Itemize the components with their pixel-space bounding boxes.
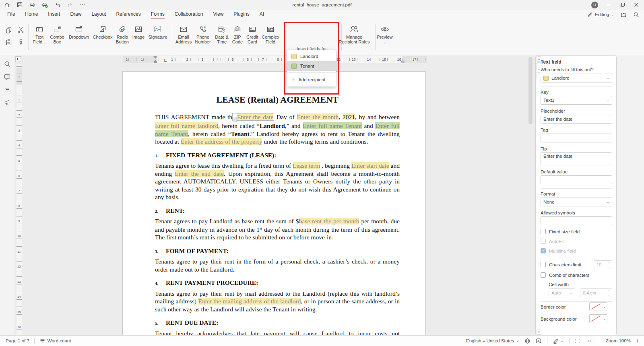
form-field-highlight[interactable]: Enter start date [351, 162, 389, 169]
open-file-location-icon[interactable] [621, 12, 627, 18]
checkbox-button[interactable]: Checkbox [91, 24, 114, 40]
checkbox-unchecked[interactable] [541, 229, 546, 234]
form-field-highlight[interactable]: Lease term [293, 162, 320, 169]
save-icon[interactable] [17, 2, 23, 8]
characters-limit-spinner[interactable]: 10 ⌃⌄ [594, 260, 612, 269]
format-painter-icon[interactable] [15, 36, 27, 47]
vertical-ruler[interactable]: 123456789101112131415161 [17, 64, 22, 335]
first-line-indent-marker[interactable] [153, 56, 157, 59]
more-icon[interactable] [79, 2, 86, 8]
home-icon[interactable] [4, 2, 10, 8]
default-value-input[interactable] [541, 175, 612, 184]
search-icon[interactable] [4, 60, 11, 68]
form-field-highlight[interactable]: Enter the end date [175, 170, 224, 177]
zip-code-button[interactable]: ZIP ZIP Code [230, 24, 245, 44]
undo-icon[interactable] [54, 2, 61, 8]
multiline-checkbox-row[interactable]: Multiline field [541, 248, 576, 253]
recipient-select[interactable]: Landlord ⌄ [541, 74, 612, 82]
tab-file[interactable]: File [7, 10, 15, 19]
document-language-icon[interactable] [524, 338, 530, 344]
document-page[interactable]: LEASE (Rental) AGREEMENTTHIS AGREEMENT m… [123, 72, 425, 335]
comb-of-characters-row[interactable]: Comb of characters [541, 272, 589, 278]
add-recipient-button[interactable]: +Add recipient [287, 74, 336, 85]
tab-insert[interactable]: Insert [48, 10, 60, 19]
horizontal-ruler[interactable]: 12345678910111213141516171812 [123, 56, 427, 63]
panel-scrollbar-thumb[interactable] [537, 62, 541, 79]
left-indent-marker[interactable] [154, 62, 157, 63]
feedback-icon[interactable] [4, 99, 11, 106]
tab-layout[interactable]: Layout [91, 10, 106, 19]
manage-recipient-roles-button[interactable]: Manage Recipient Roles [336, 24, 372, 44]
signature-button[interactable]: Signature [146, 24, 170, 40]
quick-print-icon[interactable] [41, 2, 48, 8]
minimize-icon[interactable] [606, 2, 612, 8]
border-color-picker[interactable]: ⌄ [589, 302, 607, 311]
background-color-picker[interactable]: ⌄ [589, 314, 607, 323]
tab-stop-selector[interactable]: L [15, 56, 21, 62]
redo-icon[interactable] [67, 2, 73, 8]
tab-references[interactable]: References [116, 10, 140, 19]
panel-scroll-down-button[interactable]: ▼ [537, 330, 541, 335]
tip-input[interactable]: Enter the date [541, 152, 612, 165]
zoom-in-button[interactable]: + [636, 338, 639, 344]
form-field-highlight[interactable]: base rent the per month [299, 218, 359, 224]
date-time-button[interactable]: Date & Time [212, 24, 231, 44]
preview-button[interactable]: Preview ⌄ [374, 24, 395, 45]
form-field-highlight[interactable]: 2021 [343, 113, 355, 120]
paste-icon[interactable] [3, 36, 14, 47]
checkbox-unchecked[interactable] [541, 272, 546, 278]
tab-ai[interactable]: AI [260, 10, 264, 19]
tab-draw[interactable]: Draw [70, 10, 81, 19]
fit-width-icon[interactable] [586, 338, 592, 344]
close-icon[interactable] [634, 2, 639, 8]
recipient-option-landlord[interactable]: Landlord [287, 51, 336, 61]
panel-scroll-up-button[interactable]: ▲ [537, 56, 541, 62]
form-field-highlight[interactable]: Enter the address of the property [181, 138, 262, 145]
form-field-highlight[interactable]: Enter the mailing address of the landlor… [198, 298, 301, 305]
language-selector[interactable]: English – United States ⌄ [466, 338, 519, 343]
document-scrollbar[interactable] [528, 57, 533, 124]
image-button[interactable]: Image [130, 24, 147, 40]
spinner-arrows[interactable]: ⌃⌄ [608, 289, 610, 297]
cell-width-spinner[interactable]: 0.4 cm ⌃⌄ [580, 288, 612, 297]
track-changes-control[interactable]: ⌄ [553, 338, 564, 344]
characters-limit-row[interactable]: Characters limit [541, 262, 581, 267]
field-drag-handle-icon[interactable]: ≡ [233, 117, 237, 122]
email-address-button[interactable]: Email Address [173, 24, 194, 44]
allowed-symbols-input[interactable] [541, 216, 612, 225]
placeholder-input[interactable] [541, 115, 612, 124]
key-select[interactable]: Text1 ⌄ [541, 96, 612, 105]
tab-forms[interactable]: Forms [151, 10, 165, 19]
cell-width-select[interactable]: Auto ⌄ [549, 288, 575, 297]
editing-mode-selector[interactable]: Editing ⌄ [587, 12, 614, 17]
form-field-selected[interactable]: ≡Enter the date [232, 113, 274, 121]
checkbox-unchecked[interactable] [541, 262, 546, 267]
spinner-arrows[interactable]: ⌃⌄ [608, 261, 610, 268]
autofit-checkbox-row[interactable]: AutoFit [541, 239, 564, 244]
credit-card-button[interactable]: Credit Card [244, 24, 261, 44]
restore-icon[interactable] [620, 2, 625, 8]
phone-number-button[interactable]: Phone Number [192, 24, 213, 44]
dropdown-button[interactable]: Dropdown [68, 24, 90, 40]
fixed-size-checkbox-row[interactable]: Fixed size field [541, 229, 580, 234]
fit-page-icon[interactable] [575, 338, 581, 344]
combo-box-button[interactable]: Combo Box [47, 24, 68, 44]
print-icon[interactable] [29, 2, 35, 8]
tab-home[interactable]: Home [25, 10, 38, 19]
tab-view[interactable]: View [213, 10, 224, 19]
word-count-control[interactable]: 12- Word count [39, 338, 71, 344]
complex-field-button[interactable]: Complex Field [260, 24, 281, 44]
recipient-option-tenant[interactable]: Tenant [287, 61, 336, 71]
avatar[interactable]: U [591, 2, 598, 8]
spellcheck-icon[interactable]: A [536, 338, 542, 344]
copy-icon[interactable] [3, 24, 14, 35]
form-field-highlight[interactable]: Enter full name Tenant [303, 122, 362, 129]
page-indicator[interactable]: Page 1 of 7 [6, 338, 29, 343]
tag-input[interactable] [541, 134, 612, 142]
format-select[interactable]: None ⌄ [541, 198, 612, 206]
comments-icon[interactable] [4, 73, 11, 80]
form-field-highlight[interactable]: Enter full name landlord [155, 122, 218, 129]
form-field-highlight[interactable]: Enter the month [297, 113, 339, 120]
navigation-icon[interactable] [4, 86, 11, 93]
zoom-out-button[interactable]: − [597, 338, 601, 344]
